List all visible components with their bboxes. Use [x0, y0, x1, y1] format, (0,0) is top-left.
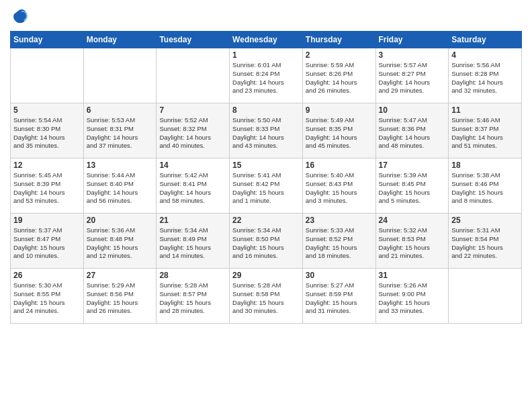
- day-number-5: 5: [13, 105, 81, 115]
- day-info-18: Sunrise: 5:38 AM Sunset: 8:46 PM Dayligh…: [451, 171, 519, 205]
- day-number-18: 18: [451, 161, 519, 170]
- day-info-14: Sunrise: 5:42 AM Sunset: 8:41 PM Dayligh…: [159, 171, 226, 205]
- weekday-header-friday: Friday: [375, 32, 449, 48]
- day-number-16: 16: [306, 161, 373, 170]
- day-number-6: 6: [87, 105, 154, 115]
- day-info-26: Sunrise: 5:30 AM Sunset: 8:55 PM Dayligh…: [13, 281, 81, 316]
- day-number-9: 9: [306, 105, 373, 115]
- day-number-7: 7: [159, 105, 226, 115]
- calendar-day-11: 11Sunrise: 5:46 AM Sunset: 8:37 PM Dayli…: [449, 103, 522, 158]
- day-info-30: Sunrise: 5:27 AM Sunset: 8:59 PM Dayligh…: [306, 281, 373, 316]
- calendar-day-21: 21Sunrise: 5:34 AM Sunset: 8:49 PM Dayli…: [157, 214, 230, 269]
- empty-cell: [83, 48, 157, 103]
- calendar-week-1: 1Sunrise: 6:01 AM Sunset: 8:24 PM Daylig…: [11, 48, 522, 103]
- day-info-5: Sunrise: 5:54 AM Sunset: 8:30 PM Dayligh…: [13, 116, 81, 150]
- calendar-day-19: 19Sunrise: 5:37 AM Sunset: 8:47 PM Dayli…: [11, 214, 84, 269]
- header: [10, 7, 522, 26]
- calendar-day-2: 2Sunrise: 5:59 AM Sunset: 8:26 PM Daylig…: [302, 48, 375, 103]
- day-number-1: 1: [232, 50, 300, 60]
- day-info-19: Sunrise: 5:37 AM Sunset: 8:47 PM Dayligh…: [13, 226, 81, 261]
- calendar-day-1: 1Sunrise: 6:01 AM Sunset: 8:24 PM Daylig…: [230, 48, 303, 103]
- day-number-31: 31: [379, 271, 446, 280]
- weekday-header-sunday: Sunday: [11, 32, 84, 48]
- calendar-day-30: 30Sunrise: 5:27 AM Sunset: 8:59 PM Dayli…: [302, 269, 375, 324]
- day-info-28: Sunrise: 5:28 AM Sunset: 8:57 PM Dayligh…: [159, 281, 226, 316]
- day-info-22: Sunrise: 5:34 AM Sunset: 8:50 PM Dayligh…: [232, 226, 300, 261]
- day-number-12: 12: [13, 161, 81, 170]
- calendar-day-26: 26Sunrise: 5:30 AM Sunset: 8:55 PM Dayli…: [11, 269, 84, 324]
- day-number-30: 30: [306, 271, 373, 280]
- day-info-4: Sunrise: 5:56 AM Sunset: 8:28 PM Dayligh…: [451, 61, 519, 95]
- day-info-7: Sunrise: 5:52 AM Sunset: 8:32 PM Dayligh…: [159, 116, 226, 150]
- day-number-21: 21: [159, 216, 226, 225]
- page: SundayMondayTuesdayWednesdayThursdayFrid…: [0, 0, 532, 411]
- calendar-day-5: 5Sunrise: 5:54 AM Sunset: 8:30 PM Daylig…: [11, 103, 84, 158]
- day-info-2: Sunrise: 5:59 AM Sunset: 8:26 PM Dayligh…: [306, 61, 373, 95]
- calendar-day-13: 13Sunrise: 5:44 AM Sunset: 8:40 PM Dayli…: [83, 158, 157, 214]
- day-number-3: 3: [379, 50, 446, 60]
- calendar-week-2: 5Sunrise: 5:54 AM Sunset: 8:30 PM Daylig…: [11, 103, 522, 158]
- day-info-3: Sunrise: 5:57 AM Sunset: 8:27 PM Dayligh…: [379, 61, 446, 95]
- day-info-12: Sunrise: 5:45 AM Sunset: 8:39 PM Dayligh…: [13, 171, 81, 205]
- calendar-day-8: 8Sunrise: 5:50 AM Sunset: 8:33 PM Daylig…: [230, 103, 303, 158]
- calendar-day-25: 25Sunrise: 5:31 AM Sunset: 8:54 PM Dayli…: [449, 214, 522, 269]
- calendar-week-4: 19Sunrise: 5:37 AM Sunset: 8:47 PM Dayli…: [11, 214, 522, 269]
- day-number-28: 28: [159, 271, 226, 280]
- day-info-11: Sunrise: 5:46 AM Sunset: 8:37 PM Dayligh…: [451, 116, 519, 150]
- day-number-14: 14: [159, 161, 226, 170]
- day-number-29: 29: [232, 271, 300, 280]
- calendar-day-3: 3Sunrise: 5:57 AM Sunset: 8:27 PM Daylig…: [375, 48, 449, 103]
- calendar-day-10: 10Sunrise: 5:47 AM Sunset: 8:36 PM Dayli…: [375, 103, 449, 158]
- calendar-week-3: 12Sunrise: 5:45 AM Sunset: 8:39 PM Dayli…: [11, 158, 522, 214]
- day-number-23: 23: [306, 216, 373, 225]
- day-info-16: Sunrise: 5:40 AM Sunset: 8:43 PM Dayligh…: [306, 171, 373, 205]
- calendar-day-15: 15Sunrise: 5:41 AM Sunset: 8:42 PM Dayli…: [230, 158, 303, 214]
- calendar-day-24: 24Sunrise: 5:32 AM Sunset: 8:53 PM Dayli…: [375, 214, 449, 269]
- calendar-day-12: 12Sunrise: 5:45 AM Sunset: 8:39 PM Dayli…: [11, 158, 84, 214]
- day-info-25: Sunrise: 5:31 AM Sunset: 8:54 PM Dayligh…: [451, 226, 519, 261]
- day-number-24: 24: [379, 216, 446, 225]
- day-number-13: 13: [87, 161, 154, 170]
- day-number-25: 25: [451, 216, 519, 225]
- day-info-8: Sunrise: 5:50 AM Sunset: 8:33 PM Dayligh…: [232, 116, 300, 150]
- day-number-8: 8: [232, 105, 300, 115]
- empty-cell: [449, 269, 522, 324]
- calendar-day-29: 29Sunrise: 5:28 AM Sunset: 8:58 PM Dayli…: [230, 269, 303, 324]
- empty-cell: [11, 48, 84, 103]
- day-info-27: Sunrise: 5:29 AM Sunset: 8:56 PM Dayligh…: [87, 281, 154, 316]
- logo-icon: [10, 7, 29, 26]
- day-info-9: Sunrise: 5:49 AM Sunset: 8:35 PM Dayligh…: [306, 116, 373, 150]
- day-info-1: Sunrise: 6:01 AM Sunset: 8:24 PM Dayligh…: [232, 61, 300, 95]
- calendar-week-5: 26Sunrise: 5:30 AM Sunset: 8:55 PM Dayli…: [11, 269, 522, 324]
- weekday-header-monday: Monday: [83, 32, 157, 48]
- day-info-24: Sunrise: 5:32 AM Sunset: 8:53 PM Dayligh…: [379, 226, 446, 261]
- day-number-17: 17: [379, 161, 446, 170]
- day-info-20: Sunrise: 5:36 AM Sunset: 8:48 PM Dayligh…: [87, 226, 154, 261]
- calendar-day-27: 27Sunrise: 5:29 AM Sunset: 8:56 PM Dayli…: [83, 269, 157, 324]
- calendar-day-7: 7Sunrise: 5:52 AM Sunset: 8:32 PM Daylig…: [157, 103, 230, 158]
- weekday-header-row: SundayMondayTuesdayWednesdayThursdayFrid…: [11, 32, 522, 48]
- day-number-19: 19: [13, 216, 81, 225]
- day-info-31: Sunrise: 5:26 AM Sunset: 9:00 PM Dayligh…: [379, 281, 446, 316]
- day-number-26: 26: [13, 271, 81, 280]
- weekday-header-thursday: Thursday: [302, 32, 375, 48]
- empty-cell: [157, 48, 230, 103]
- day-info-6: Sunrise: 5:53 AM Sunset: 8:31 PM Dayligh…: [87, 116, 154, 150]
- day-number-4: 4: [451, 50, 519, 60]
- calendar-day-23: 23Sunrise: 5:33 AM Sunset: 8:52 PM Dayli…: [302, 214, 375, 269]
- day-info-17: Sunrise: 5:39 AM Sunset: 8:45 PM Dayligh…: [379, 171, 446, 205]
- day-number-27: 27: [87, 271, 154, 280]
- calendar-day-6: 6Sunrise: 5:53 AM Sunset: 8:31 PM Daylig…: [83, 103, 157, 158]
- calendar-day-31: 31Sunrise: 5:26 AM Sunset: 9:00 PM Dayli…: [375, 269, 449, 324]
- calendar-table: SundayMondayTuesdayWednesdayThursdayFrid…: [10, 31, 522, 324]
- calendar-day-16: 16Sunrise: 5:40 AM Sunset: 8:43 PM Dayli…: [302, 158, 375, 214]
- calendar-day-9: 9Sunrise: 5:49 AM Sunset: 8:35 PM Daylig…: [302, 103, 375, 158]
- weekday-header-tuesday: Tuesday: [157, 32, 230, 48]
- logo: [10, 7, 32, 26]
- day-info-23: Sunrise: 5:33 AM Sunset: 8:52 PM Dayligh…: [306, 226, 373, 261]
- day-info-21: Sunrise: 5:34 AM Sunset: 8:49 PM Dayligh…: [159, 226, 226, 261]
- day-number-20: 20: [87, 216, 154, 225]
- calendar-day-20: 20Sunrise: 5:36 AM Sunset: 8:48 PM Dayli…: [83, 214, 157, 269]
- calendar-day-18: 18Sunrise: 5:38 AM Sunset: 8:46 PM Dayli…: [449, 158, 522, 214]
- day-info-29: Sunrise: 5:28 AM Sunset: 8:58 PM Dayligh…: [232, 281, 300, 316]
